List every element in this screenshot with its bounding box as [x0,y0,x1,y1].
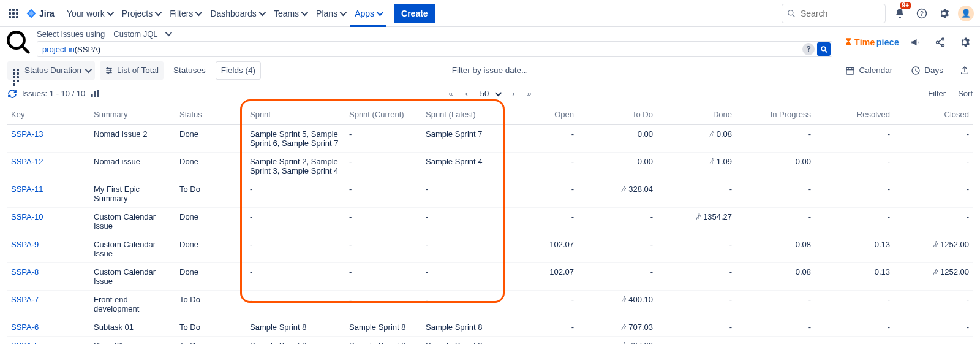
calendar-icon [845,66,855,75]
cell-status: To Do [176,291,246,318]
svg-line-1 [793,14,795,17]
settings-small-icon[interactable] [957,34,973,50]
nav-item-dashboards[interactable]: Dashboards [205,0,269,27]
cell-value: 102.07 [499,235,578,263]
col-closed[interactable]: Closed [894,104,973,125]
svg-line-5 [22,46,29,53]
calendar-button[interactable]: Calendar [840,61,897,80]
col-sprint-current[interactable]: Sprint (Current) [345,104,422,125]
cell-key: SSPA-8 [7,263,90,291]
issue-key-link[interactable]: SSPA-9 [11,240,39,249]
nav-item-filters[interactable]: Filters [165,0,205,27]
refresh-button[interactable] [7,89,17,99]
jira-mark-icon [26,8,37,19]
col-sprint-latest[interactable]: Sprint (Latest) [422,104,499,125]
page-last-icon[interactable]: » [527,89,532,98]
chevron-down-icon [165,29,172,36]
nav-item-your-work[interactable]: Your work [62,0,117,27]
nav-item-apps[interactable]: Apps [350,0,386,27]
cell-status: Done [176,125,246,153]
page-prev-icon[interactable]: ‹ [465,89,467,98]
jira-logo[interactable]: Jira [26,8,55,19]
col-sprint[interactable]: Sprint [246,104,345,125]
jql-mode-value: Custom JQL [113,29,157,39]
cell-sprint: Sample Sprint 8 [246,318,345,337]
notifications-button[interactable]: 9+ [892,6,908,21]
days-button[interactable]: Days [906,61,948,80]
status-duration-select[interactable]: Status Duration [7,61,95,80]
jql-help-icon[interactable]: ? [802,43,815,55]
sort-link[interactable]: Sort [958,89,973,98]
nav-item-label: Projects [122,9,153,18]
issue-key-link[interactable]: SSPA-7 [11,295,39,304]
help-button[interactable]: ? [914,6,930,21]
fields-button[interactable]: Fields (4) [216,61,261,80]
cell-value: - [894,291,973,318]
global-search[interactable] [782,4,886,23]
col-status[interactable]: Status [176,104,246,125]
svg-point-27 [712,131,713,132]
cell-value: 328.04 [578,180,657,208]
svg-point-34 [624,324,625,325]
col-open[interactable]: Open [499,104,578,125]
chart-toggle-icon[interactable] [90,89,100,99]
issue-key-link[interactable]: SSPA-13 [11,129,43,139]
issue-key-link[interactable]: SSPA-10 [11,212,43,221]
cell-value: 0.13 [815,235,894,263]
issue-key-link[interactable]: SSPA-6 [11,323,39,332]
issue-key-link[interactable]: SSPA-8 [11,267,39,277]
global-search-input[interactable] [799,8,880,19]
jql-search-button[interactable] [817,42,831,56]
nav-item-label: Your work [67,9,105,18]
cell-sprint-latest: - [422,180,499,208]
cell-status: Done [176,263,246,291]
filter-link[interactable]: Filter [928,89,946,98]
cell-value: - [815,208,894,235]
cell-value: - [499,208,578,235]
col-todo[interactable]: To Do [578,104,657,125]
cell-summary: Nomad Issue 2 [90,125,176,153]
cell-value: - [894,180,973,208]
page-next-icon[interactable]: › [512,89,514,98]
share-icon[interactable] [932,34,948,50]
cell-sprint-latest: Sample Sprint 8 [422,337,499,345]
nav-item-plans[interactable]: Plans [311,0,350,27]
cell-sprint-latest: - [422,291,499,318]
nav-item-projects[interactable]: Projects [117,0,165,27]
nav-item-label: Filters [170,9,193,18]
cell-sprint-latest: Sample Sprint 4 [422,153,499,180]
col-summary[interactable]: Summary [90,104,176,125]
jql-mode-select[interactable]: Custom JQL [110,28,173,40]
list-of-total-button[interactable]: List of Total [100,61,164,80]
col-done[interactable]: Done [657,104,736,125]
cell-sprint-latest: - [422,235,499,263]
chevron-down-icon [301,9,308,15]
announce-icon[interactable] [908,34,924,50]
cell-sprint: - [246,208,345,235]
statuses-button[interactable]: Statuses [168,61,211,80]
nav-item-teams[interactable]: Teams [269,0,311,27]
cell-key: SSPA-11 [7,180,90,208]
jql-input[interactable]: project in (SSPA) ? [37,41,832,57]
hourglass-icon [843,37,853,47]
export-icon[interactable] [957,63,973,78]
table-row: SSPA-6Subtask 01To DoSample Sprint 8Samp… [7,318,973,337]
page-size-select[interactable]: 50 [480,89,500,98]
col-key[interactable]: Key [7,104,90,125]
list-of-total-label: List of Total [117,66,159,75]
issue-key-link[interactable]: SSPA-11 [11,185,43,194]
cell-status: Done [176,235,246,263]
svg-point-0 [788,10,793,15]
page-first-icon[interactable]: « [448,89,453,98]
chevron-down-icon [340,9,347,15]
issue-key-link[interactable]: SSPA-5 [11,341,39,344]
date-filter-hint[interactable]: Filter by issue date... [452,66,529,75]
user-avatar[interactable]: 👤 [958,6,974,21]
create-button[interactable]: Create [394,4,435,23]
app-switcher-icon[interactable] [4,4,23,23]
issue-key-link[interactable]: SSPA-12 [11,157,43,166]
jql-bar: Select issues using Custom JQL project i… [0,27,980,58]
col-resolved[interactable]: Resolved [815,104,894,125]
col-inprogress[interactable]: In Progress [736,104,815,125]
settings-button[interactable] [936,6,952,21]
